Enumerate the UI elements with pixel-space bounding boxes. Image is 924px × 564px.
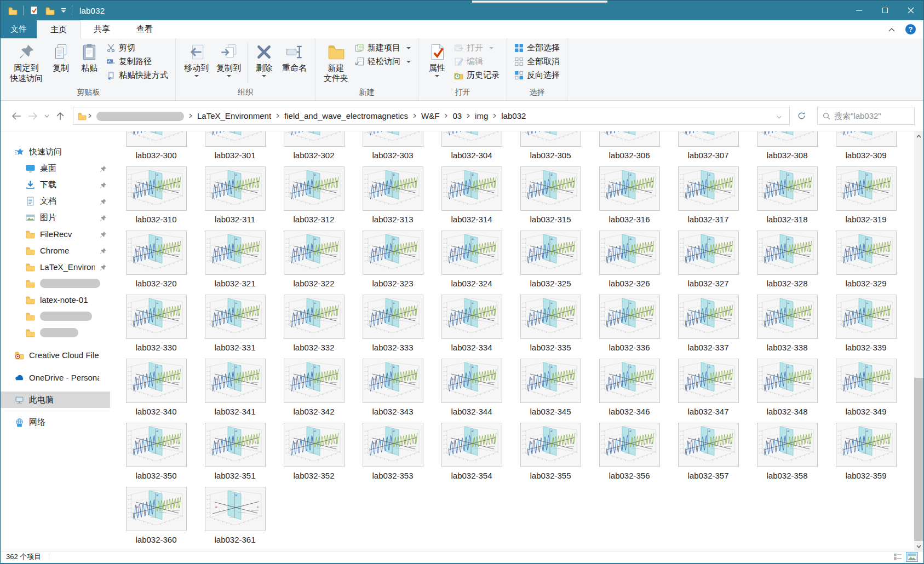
sidebar-item-filerecv[interactable]: FileRecv xyxy=(1,226,110,242)
edit-button[interactable]: 编辑 xyxy=(451,55,502,68)
details-view-button[interactable] xyxy=(892,552,904,562)
forward-icon[interactable] xyxy=(25,108,41,124)
cut-button[interactable]: 剪切 xyxy=(104,41,171,55)
file-item[interactable]: EEElab032-323 xyxy=(353,231,432,289)
search-input[interactable] xyxy=(834,111,909,120)
sidebar-item-快速访问[interactable]: 快速访问 xyxy=(1,143,110,160)
tab-home-active[interactable]: 主页 xyxy=(37,20,81,38)
file-item[interactable]: EEElab032-322 xyxy=(274,231,353,289)
large-icons-view-button[interactable] xyxy=(906,552,918,562)
sidebar-item-onedrive-persona[interactable]: OneDrive - Persona xyxy=(1,369,110,385)
breadcrumb[interactable]: LaTeX_Environmentfield_and_wave_electrom… xyxy=(73,107,790,125)
file-item[interactable]: EEElab032-344 xyxy=(432,359,511,417)
minimize-button[interactable] xyxy=(846,1,872,20)
file-item[interactable]: EEElab032-361 xyxy=(196,487,274,545)
scrollbar-thumb[interactable] xyxy=(914,378,923,541)
breadcrumb-segment[interactable]: lab032 xyxy=(497,111,530,120)
file-item[interactable]: EEElab032-327 xyxy=(669,231,748,289)
file-item[interactable]: EEElab032-317 xyxy=(669,166,748,225)
file-item[interactable]: EEElab032-345 xyxy=(511,359,590,417)
tab-other[interactable]: 查看 xyxy=(123,20,166,38)
file-item[interactable]: EEElab032-301 xyxy=(196,131,274,160)
vertical-scrollbar[interactable] xyxy=(914,131,923,551)
file-item[interactable]: EEElab032-328 xyxy=(748,231,827,289)
invert-selection-button[interactable]: 反向选择 xyxy=(512,68,563,82)
new-item-button[interactable]: 新建项目 xyxy=(352,41,414,55)
file-item[interactable]: EEElab032-343 xyxy=(353,359,432,417)
file-item[interactable]: EEElab032-303 xyxy=(353,131,432,160)
open-button[interactable]: 打开 xyxy=(451,41,502,55)
scroll-up-icon[interactable] xyxy=(914,131,923,141)
file-item[interactable]: EEElab032-333 xyxy=(353,295,432,353)
history-button[interactable]: 历史记录 xyxy=(451,68,502,82)
sidebar-item-桌面[interactable]: 桌面 xyxy=(1,160,110,176)
file-item[interactable]: EEElab032-353 xyxy=(353,423,432,481)
file-item[interactable]: EEElab032-326 xyxy=(590,231,669,289)
sidebar-item-redacted[interactable] xyxy=(1,324,110,341)
file-item[interactable]: EEElab032-337 xyxy=(669,295,748,353)
file-item[interactable]: EEElab032-352 xyxy=(274,423,353,481)
file-item[interactable]: EEElab032-339 xyxy=(827,295,905,353)
qat-properties-icon[interactable] xyxy=(28,4,39,17)
file-item[interactable]: EEElab032-358 xyxy=(748,423,827,481)
file-item[interactable]: EEElab032-300 xyxy=(117,131,196,160)
file-item[interactable]: EEElab032-321 xyxy=(196,231,274,289)
breadcrumb-segment[interactable]: field_and_wave_electromagnetics xyxy=(280,111,412,120)
file-item[interactable]: EEElab032-318 xyxy=(748,166,827,225)
file-item[interactable]: EEElab032-357 xyxy=(669,423,748,481)
file-item[interactable]: EEElab032-305 xyxy=(511,131,590,160)
file-item[interactable]: EEElab032-351 xyxy=(196,423,274,481)
file-item[interactable]: EEElab032-336 xyxy=(590,295,669,353)
file-item[interactable]: EEElab032-342 xyxy=(274,359,353,417)
file-item[interactable]: EEElab032-349 xyxy=(827,359,905,417)
select-none-button[interactable]: 全部取消 xyxy=(512,55,563,68)
tab-file[interactable]: 文件 xyxy=(1,20,37,38)
sidebar-item-此电脑[interactable]: 此电脑 xyxy=(1,392,110,408)
breadcrumb-segment[interactable]: LaTeX_Environment xyxy=(193,111,276,120)
file-item[interactable]: EEElab032-306 xyxy=(590,131,669,160)
file-item[interactable]: EEElab032-329 xyxy=(827,231,905,289)
file-item[interactable]: EEElab032-316 xyxy=(590,166,669,225)
file-item[interactable]: EEElab032-334 xyxy=(432,295,511,353)
file-item[interactable]: EEElab032-335 xyxy=(511,295,590,353)
file-item[interactable]: EEElab032-319 xyxy=(827,166,905,225)
sidebar-item-图片[interactable]: 图片 xyxy=(1,209,110,226)
file-item[interactable]: EEElab032-331 xyxy=(196,295,274,353)
file-item[interactable]: EEElab032-315 xyxy=(511,166,590,225)
file-item[interactable]: EEElab032-308 xyxy=(748,131,827,160)
file-item[interactable]: EEElab032-355 xyxy=(511,423,590,481)
file-item[interactable]: EEElab032-330 xyxy=(117,295,196,353)
file-item[interactable]: EEElab032-356 xyxy=(590,423,669,481)
file-item[interactable]: EEElab032-314 xyxy=(432,166,511,225)
recent-locations-icon[interactable] xyxy=(41,108,52,124)
file-item[interactable]: EEElab032-307 xyxy=(669,131,748,160)
collapse-ribbon-icon[interactable] xyxy=(887,25,897,34)
file-item[interactable]: EEElab032-341 xyxy=(196,359,274,417)
new-folder-button[interactable]: 新建 文件夹 xyxy=(320,41,352,85)
copy-to-button[interactable]: 复制到 xyxy=(213,41,245,78)
breadcrumb-segment[interactable]: img xyxy=(470,111,492,120)
sidebar-item-redacted[interactable] xyxy=(1,308,110,324)
sidebar-item-redacted[interactable] xyxy=(1,275,110,291)
copy-path-button[interactable]: 复制路径 xyxy=(104,55,171,68)
qat-dropdown-icon[interactable] xyxy=(60,8,67,13)
file-item[interactable]: EEElab032-310 xyxy=(117,166,196,225)
file-item[interactable]: EEElab032-302 xyxy=(274,131,353,160)
file-item[interactable]: EEElab032-304 xyxy=(432,131,511,160)
delete-button[interactable]: 删除 xyxy=(250,41,278,78)
breadcrumb-segment[interactable]: W&F xyxy=(417,111,444,120)
breadcrumb-segment-redacted[interactable] xyxy=(92,111,188,121)
properties-button[interactable]: 属性 xyxy=(423,41,451,78)
file-item[interactable]: EEElab032-348 xyxy=(748,359,827,417)
close-button[interactable] xyxy=(898,1,923,20)
file-item[interactable]: EEElab032-320 xyxy=(117,231,196,289)
sidebar-item-creative-cloud-files[interactable]: Creative Cloud Files xyxy=(1,347,110,363)
file-item[interactable]: EEElab032-312 xyxy=(274,166,353,225)
file-item[interactable]: EEElab032-332 xyxy=(274,295,353,353)
back-icon[interactable] xyxy=(8,108,25,124)
sidebar-item-文档[interactable]: 文档 xyxy=(1,193,110,209)
select-all-button[interactable]: 全部选择 xyxy=(512,41,563,55)
sidebar-item-latex-note-01[interactable]: latex-note-01 xyxy=(1,291,110,308)
file-item[interactable]: EEElab032-347 xyxy=(669,359,748,417)
paste-button[interactable]: 粘贴 xyxy=(75,41,104,74)
